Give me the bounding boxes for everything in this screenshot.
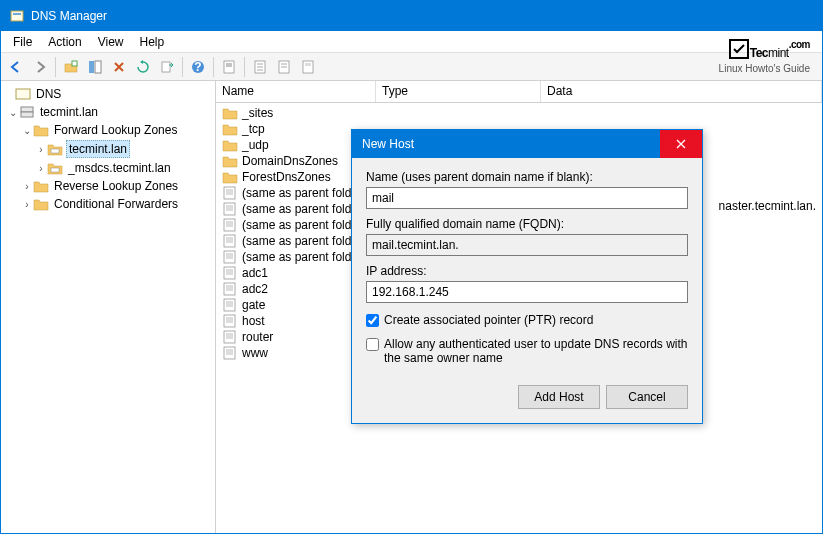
titlebar: DNS Manager (1, 1, 822, 31)
list-item-name: (same as parent folder) (242, 250, 366, 264)
folder-icon (222, 138, 238, 152)
tree-root-dns[interactable]: DNS (3, 85, 213, 103)
svg-rect-25 (51, 149, 59, 153)
ptr-checkbox-label: Create associated pointer (PTR) record (384, 313, 593, 327)
svg-rect-59 (224, 315, 235, 327)
allow-checkbox-label: Allow any authenticated user to update D… (384, 337, 688, 365)
menu-file[interactable]: File (5, 33, 40, 51)
help-button[interactable]: ? (187, 56, 209, 78)
record-icon (222, 282, 238, 296)
menu-help[interactable]: Help (132, 33, 173, 51)
folder-icon (33, 179, 49, 193)
col-name[interactable]: Name (216, 81, 376, 102)
fqdn-input (366, 234, 688, 256)
svg-rect-3 (72, 61, 77, 66)
list-item-name: adc2 (242, 282, 268, 296)
name-label: Name (uses parent domain name if blank): (366, 170, 688, 184)
folder-icon (33, 197, 49, 211)
menu-view[interactable]: View (90, 33, 132, 51)
svg-rect-35 (224, 219, 235, 231)
svg-rect-0 (11, 11, 23, 21)
forward-button[interactable] (29, 56, 51, 78)
record-icon (222, 202, 238, 216)
new-host-dialog: New Host Name (uses parent domain name i… (351, 129, 703, 424)
list-item-name: _tcp (242, 122, 265, 136)
expander-icon[interactable]: › (35, 144, 47, 155)
list-item-name: (same as parent folder) (242, 186, 366, 200)
list-header: Name Type Data (216, 81, 822, 103)
expander-icon[interactable]: › (21, 181, 33, 192)
delete-button[interactable] (108, 56, 130, 78)
dialog-titlebar[interactable]: New Host (352, 130, 702, 158)
ptr-checkbox-row[interactable]: Create associated pointer (PTR) record (366, 313, 688, 327)
svg-rect-6 (162, 62, 170, 72)
record-icon (222, 346, 238, 360)
filter3-button[interactable] (297, 56, 319, 78)
list-item-name: gate (242, 298, 265, 312)
refresh-button[interactable] (132, 56, 154, 78)
toolbar-separator (182, 57, 183, 77)
export-button[interactable] (156, 56, 178, 78)
col-data[interactable]: Data (541, 81, 822, 102)
list-item-name: www (242, 346, 268, 360)
tree-pane[interactable]: DNS ⌄ tecmint.lan ⌄ Forward Lookup Zones… (1, 81, 216, 533)
new-container-button[interactable] (60, 56, 82, 78)
folder-icon (222, 122, 238, 136)
brand-logo: Tecmint.com (719, 35, 810, 63)
svg-rect-55 (224, 299, 235, 311)
ip-input[interactable] (366, 281, 688, 303)
svg-rect-4 (89, 61, 94, 73)
allow-checkbox-row[interactable]: Allow any authenticated user to update D… (366, 337, 688, 365)
svg-rect-9 (224, 61, 234, 73)
close-button[interactable] (660, 130, 702, 158)
filter2-button[interactable] (273, 56, 295, 78)
back-button[interactable] (5, 56, 27, 78)
trail-data-text: naster.tecmint.lan. (719, 199, 816, 213)
list-item[interactable]: _sites (218, 105, 820, 121)
col-type[interactable]: Type (376, 81, 541, 102)
tree-zone-msdcs[interactable]: › _msdcs.tecmint.lan (3, 159, 213, 177)
record-icon (222, 298, 238, 312)
record-icon (222, 330, 238, 344)
properties-button[interactable] (218, 56, 240, 78)
tree-server[interactable]: ⌄ tecmint.lan (3, 103, 213, 121)
record-icon (222, 266, 238, 280)
tree-rlz[interactable]: › Reverse Lookup Zones (3, 177, 213, 195)
folder-icon (222, 154, 238, 168)
list-item-name: (same as parent folder) (242, 202, 366, 216)
svg-rect-1 (13, 13, 21, 15)
list-item-name: router (242, 330, 273, 344)
folder-icon (33, 123, 49, 137)
dialog-title: New Host (362, 137, 414, 151)
window-title: DNS Manager (31, 9, 107, 23)
expander-icon[interactable]: › (21, 199, 33, 210)
app-icon (9, 8, 25, 24)
tree-zone-tecmint[interactable]: › tecmint.lan (3, 139, 213, 159)
list-item-name: DomainDnsZones (242, 154, 338, 168)
allow-checkbox[interactable] (366, 338, 379, 351)
tree-flz[interactable]: ⌄ Forward Lookup Zones (3, 121, 213, 139)
ip-label: IP address: (366, 264, 688, 278)
expander-icon[interactable]: › (35, 163, 47, 174)
ptr-checkbox[interactable] (366, 314, 379, 327)
expander-icon[interactable]: ⌄ (21, 125, 33, 136)
cancel-button[interactable]: Cancel (606, 385, 688, 409)
svg-rect-5 (95, 61, 101, 73)
toolbar-separator (213, 57, 214, 77)
svg-text:?: ? (194, 60, 201, 74)
view-list-button[interactable] (84, 56, 106, 78)
svg-rect-67 (224, 347, 235, 359)
add-host-button[interactable]: Add Host (518, 385, 600, 409)
dns-icon (15, 87, 31, 101)
filter1-button[interactable] (249, 56, 271, 78)
record-icon (222, 314, 238, 328)
list-item-name: _udp (242, 138, 269, 152)
expander-icon[interactable]: ⌄ (7, 107, 19, 118)
svg-rect-24 (21, 112, 33, 117)
menu-action[interactable]: Action (40, 33, 89, 51)
svg-rect-51 (224, 283, 235, 295)
branding: Tecmint.com Linux Howto's Guide (719, 35, 810, 74)
tree-cf[interactable]: › Conditional Forwarders (3, 195, 213, 213)
name-input[interactable] (366, 187, 688, 209)
svg-rect-27 (224, 187, 235, 199)
